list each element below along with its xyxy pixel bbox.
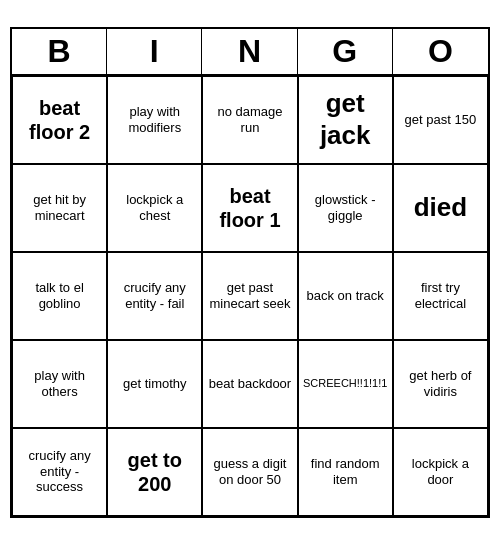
bingo-cell: get herb of vidiris xyxy=(393,340,488,428)
bingo-cell: crucify any entity - success xyxy=(12,428,107,516)
bingo-cell: lockpick a chest xyxy=(107,164,202,252)
bingo-cell: get past 150 xyxy=(393,76,488,164)
bingo-cell: get to 200 xyxy=(107,428,202,516)
bingo-cell: beat floor 2 xyxy=(12,76,107,164)
bingo-cell: glowstick - giggle xyxy=(298,164,393,252)
bingo-grid: beat floor 2play with modifiersno damage… xyxy=(12,76,488,516)
bingo-cell: back on track xyxy=(298,252,393,340)
bingo-cell: get timothy xyxy=(107,340,202,428)
header-letter: O xyxy=(393,29,488,74)
bingo-cell: get hit by minecart xyxy=(12,164,107,252)
bingo-cell: SCREECH!!1!1!1 xyxy=(298,340,393,428)
header-letter: G xyxy=(298,29,393,74)
bingo-cell: crucify any entity - fail xyxy=(107,252,202,340)
bingo-cell: no damage run xyxy=(202,76,297,164)
bingo-cell: first try electrical xyxy=(393,252,488,340)
bingo-card: BINGO beat floor 2play with modifiersno … xyxy=(10,27,490,518)
bingo-cell: beat floor 1 xyxy=(202,164,297,252)
bingo-cell: guess a digit on door 50 xyxy=(202,428,297,516)
header-letter: N xyxy=(202,29,297,74)
bingo-cell: play with others xyxy=(12,340,107,428)
bingo-cell: lockpick a door xyxy=(393,428,488,516)
bingo-cell: beat backdoor xyxy=(202,340,297,428)
bingo-cell: talk to el goblino xyxy=(12,252,107,340)
bingo-header: BINGO xyxy=(12,29,488,76)
header-letter: B xyxy=(12,29,107,74)
bingo-cell: find random item xyxy=(298,428,393,516)
bingo-cell: died xyxy=(393,164,488,252)
bingo-cell: get past minecart seek xyxy=(202,252,297,340)
bingo-cell: play with modifiers xyxy=(107,76,202,164)
header-letter: I xyxy=(107,29,202,74)
bingo-cell: get jack xyxy=(298,76,393,164)
